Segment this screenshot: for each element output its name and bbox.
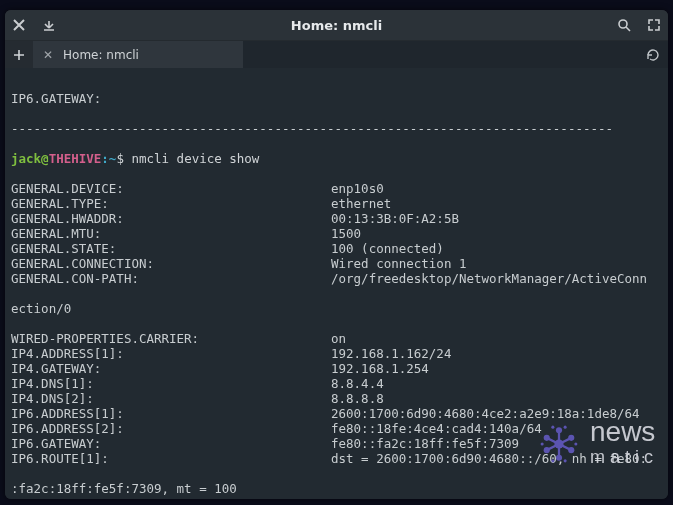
output-key: IP6.ADDRESS[1]:: [11, 406, 331, 421]
close-tab-icon[interactable]: ✕: [43, 48, 53, 62]
output-kv-line: IP6.ADDRESS[1]:2600:1700:6d90:4680:4ce2:…: [11, 406, 666, 421]
output-kv-line: IP6.GATEWAY:fe80::fa2c:18ff:fe5f:7309: [11, 436, 666, 451]
output-value: enp10s0: [331, 181, 384, 196]
output-value: 8.8.4.4: [331, 376, 384, 391]
output-key: IP4.DNS[2]:: [11, 391, 331, 406]
output-kv-line: GENERAL.MTU:1500: [11, 226, 666, 241]
output-line: IP6.GATEWAY:: [11, 91, 666, 106]
output-key: IP6.ADDRESS[2]:: [11, 421, 331, 436]
output-kv-line: WIRED-PROPERTIES.CARRIER:on: [11, 331, 666, 346]
prompt-host: THEHIVE: [49, 151, 102, 166]
tab-label: Home: nmcli: [63, 48, 139, 62]
output-value: dst = 2600:1700:6d90:4680::/60, nh = fe8…: [331, 451, 647, 466]
output-key: WIRED-PROPERTIES.CARRIER:: [11, 331, 331, 346]
maximize-down-button[interactable]: [41, 17, 57, 33]
tab-history-button[interactable]: [638, 41, 668, 68]
output-kv-line: IP4.GATEWAY:192.168.1.254: [11, 361, 666, 376]
output-kv-line: IP4.ADDRESS[1]:192.168.1.162/24: [11, 346, 666, 361]
window-title: Home: nmcli: [57, 18, 616, 33]
prompt-dollar: $: [116, 151, 131, 166]
output-value: 8.8.8.8: [331, 391, 384, 406]
output-value: 192.168.1.162/24: [331, 346, 451, 361]
output-key: GENERAL.STATE:: [11, 241, 331, 256]
output-value: Wired connection 1: [331, 256, 466, 271]
output-kv-line: GENERAL.DEVICE:enp10s0: [11, 181, 666, 196]
output-value: on: [331, 331, 346, 346]
output-value: ethernet: [331, 196, 391, 211]
tab-home-nmcli[interactable]: ✕ Home: nmcli: [33, 41, 243, 68]
output-key: GENERAL.TYPE:: [11, 196, 331, 211]
output-key: IP6.ROUTE[1]:: [11, 451, 331, 466]
output-kv-line: IP6.ROUTE[1]:dst = 2600:1700:6d90:4680::…: [11, 451, 666, 466]
terminal-viewport[interactable]: IP6.GATEWAY: ---------------------------…: [5, 68, 668, 499]
titlebar: Home: nmcli: [5, 10, 668, 40]
prompt-user: jack: [11, 151, 41, 166]
output-kv-line: IP6.ADDRESS[2]:fe80::18fe:4ce4:cad4:140a…: [11, 421, 666, 436]
output-key: GENERAL.CONNECTION:: [11, 256, 331, 271]
output-kv-line: GENERAL.CON-PATH:/org/freedesktop/Networ…: [11, 271, 666, 286]
output-key: GENERAL.MTU:: [11, 226, 331, 241]
output-kv-line: GENERAL.STATE:100 (connected): [11, 241, 666, 256]
output-key: IP4.ADDRESS[1]:: [11, 346, 331, 361]
search-icon[interactable]: [616, 17, 632, 33]
prompt-colon: :: [101, 151, 109, 166]
output-value: fe80::fa2c:18ff:fe5f:7309: [331, 436, 519, 451]
output-key: GENERAL.DEVICE:: [11, 181, 331, 196]
output-key: GENERAL.CON-PATH:: [11, 271, 331, 286]
output-key: GENERAL.HWADDR:: [11, 211, 331, 226]
output-rule: ----------------------------------------…: [11, 121, 666, 136]
svg-point-0: [619, 20, 627, 28]
output-value: 2600:1700:6d90:4680:4ce2:a2e9:18a:1de8/6…: [331, 406, 640, 421]
output-line: :fa2c:18ff:fe5f:7309, mt = 100: [11, 481, 666, 496]
output-kv-line: GENERAL.CONNECTION:Wired connection 1: [11, 256, 666, 271]
output-kv-line: IP4.DNS[1]:8.8.4.4: [11, 376, 666, 391]
output-value: 00:13:3B:0F:A2:5B: [331, 211, 459, 226]
terminal-window: Home: nmcli ✕ Home: nmcli IP6.GATEWAY: -…: [5, 10, 668, 499]
output-value: 100 (connected): [331, 241, 444, 256]
output-key: IP4.GATEWAY:: [11, 361, 331, 376]
output-value: fe80::18fe:4ce4:cad4:140a/64: [331, 421, 542, 436]
tabbar-spacer: [243, 41, 638, 68]
prompt-line: jack@THEHIVE:~$ nmcli device show: [11, 151, 666, 166]
output-kv-line: IP4.DNS[2]:8.8.8.8: [11, 391, 666, 406]
output-value: /org/freedesktop/NetworkManager/ActiveCo…: [331, 271, 647, 286]
output-key: IP4.DNS[1]:: [11, 376, 331, 391]
close-window-button[interactable]: [11, 17, 27, 33]
prompt-at: @: [41, 151, 49, 166]
fullscreen-icon[interactable]: [646, 17, 662, 33]
output-line: ection/0: [11, 301, 666, 316]
output-value: 1500: [331, 226, 361, 241]
output-key: IP6.GATEWAY:: [11, 436, 331, 451]
output-kv-line: GENERAL.TYPE:ethernet: [11, 196, 666, 211]
output-value: 192.168.1.254: [331, 361, 429, 376]
output-kv-line: GENERAL.HWADDR:00:13:3B:0F:A2:5B: [11, 211, 666, 226]
tabbar: ✕ Home: nmcli: [5, 40, 668, 68]
prompt-command: nmcli device show: [131, 151, 259, 166]
new-tab-button[interactable]: [5, 41, 33, 68]
